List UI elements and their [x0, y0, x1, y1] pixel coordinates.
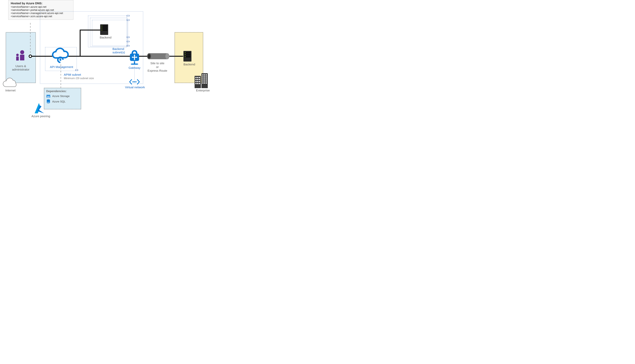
svg-point-14 [128, 37, 129, 38]
svg-marker-34 [134, 59, 135, 60]
svg-point-83 [132, 81, 134, 82]
svg-marker-36 [136, 56, 137, 58]
enterprise-label: Enterprise [194, 89, 212, 92]
tunnel-label-2: or [146, 65, 169, 69]
peering-icon [127, 19, 130, 21]
svg-rect-39 [134, 61, 135, 64]
backend-subnet-box [92, 20, 128, 46]
svg-rect-81 [204, 82, 205, 84]
tunnel-icon [147, 53, 170, 59]
svg-rect-76 [206, 78, 207, 80]
backend-branch-connector [80, 30, 100, 56]
svg-rect-72 [204, 76, 205, 78]
svg-point-15 [128, 41, 128, 42]
svg-rect-41 [131, 64, 132, 64]
gateway-icon [130, 50, 139, 65]
svg-rect-26 [101, 25, 107, 27]
peering-icon [127, 36, 130, 38]
svg-marker-86 [35, 103, 40, 113]
server-icon [100, 24, 108, 35]
svg-rect-2 [47, 96, 50, 96]
svg-rect-32 [130, 54, 139, 61]
storage-icon [46, 94, 50, 98]
svg-rect-25 [100, 24, 108, 35]
svg-text:SQL: SQL [47, 102, 50, 103]
svg-point-17 [128, 46, 128, 46]
svg-rect-27 [101, 27, 107, 29]
dns-line: <serviceName>.management.azure-api.net [11, 12, 71, 15]
gateway-label: Gateway [126, 66, 143, 70]
dependency-row: SQL Azure SQL [46, 99, 79, 104]
users-label: Users & administrator [8, 64, 33, 71]
svg-point-23 [58, 57, 63, 62]
svg-rect-1 [46, 95, 50, 96]
sql-icon: SQL [46, 99, 50, 104]
svg-point-29 [102, 26, 102, 26]
svg-marker-33 [134, 54, 135, 56]
peering-icon [127, 15, 130, 16]
svg-rect-37 [134, 55, 135, 59]
peering-icon [127, 41, 130, 42]
svg-point-85 [135, 81, 136, 82]
svg-rect-79 [206, 80, 207, 82]
svg-rect-82 [206, 82, 207, 84]
enterprise-zone-box [174, 32, 203, 83]
tunnel-label-1: Site to site [146, 62, 169, 65]
svg-rect-43 [149, 53, 168, 59]
dns-line: <serviceName>.portal.azure-api.net [11, 8, 71, 12]
virtual-network-icon [130, 80, 139, 84]
apim-subnet-label: APIM subnet [64, 73, 88, 76]
svg-point-45 [147, 53, 151, 59]
api-management-label: API Management [47, 65, 76, 69]
svg-marker-35 [132, 56, 133, 58]
azure-logo-icon [35, 103, 44, 113]
svg-rect-65 [196, 83, 196, 84]
backend-subnet-box [90, 18, 127, 46]
tunnel-label-3: Express Route [146, 69, 169, 72]
api-management-icon [53, 48, 68, 62]
svg-point-10 [128, 16, 129, 16]
svg-marker-87 [37, 105, 44, 113]
svg-rect-78 [204, 80, 205, 82]
svg-rect-28 [101, 29, 107, 31]
svg-rect-73 [206, 76, 207, 78]
svg-rect-75 [204, 78, 205, 80]
svg-point-16 [128, 41, 129, 42]
backend-right-label: Backend [182, 63, 197, 66]
svg-point-24 [60, 59, 62, 61]
dependencies-box: Dependencies: Azure Storage SQL Azure SQ… [44, 88, 81, 109]
internet-label: Internet [2, 89, 18, 92]
svg-point-44 [166, 53, 170, 59]
svg-rect-70 [206, 74, 207, 76]
dns-hostnames-box: Hosted by Azure DNS: <serviceName>.azure… [8, 0, 74, 20]
dns-line: <serviceName>.azure-api.net [11, 5, 71, 8]
svg-rect-42 [137, 64, 138, 64]
backend-subnets-label: Backend subnet(s) [112, 47, 130, 54]
svg-rect-67 [199, 83, 200, 84]
backend-subnet-box [88, 16, 127, 47]
dependency-name: Azure Storage [52, 94, 70, 98]
dns-line: <serviceName>.scm.azure-api.net [11, 15, 71, 18]
svg-point-18 [128, 46, 129, 46]
svg-rect-38 [133, 57, 136, 58]
svg-point-31 [102, 30, 102, 30]
svg-point-30 [102, 28, 102, 28]
svg-rect-3 [47, 97, 50, 97]
svg-point-12 [128, 20, 129, 20]
dns-title: Hosted by Azure DNS: [11, 2, 71, 5]
svg-point-11 [128, 20, 128, 20]
svg-point-8 [77, 70, 77, 70]
svg-point-9 [128, 16, 128, 16]
azure-peering-label: Azure peering [28, 114, 53, 118]
svg-rect-69 [204, 74, 205, 76]
dependency-name: Azure SQL [52, 100, 66, 103]
dependency-row: Azure Storage [46, 94, 79, 98]
svg-rect-66 [197, 83, 198, 84]
svg-rect-40 [131, 64, 138, 65]
svg-point-7 [76, 70, 77, 70]
internet-zone-box [6, 32, 36, 83]
virtual-network-label: Virtual network [123, 86, 147, 89]
dependencies-title: Dependencies: [46, 90, 79, 93]
apim-subnet-note: Minimum /29 subnet size [64, 77, 98, 80]
peering-icon [127, 45, 130, 47]
